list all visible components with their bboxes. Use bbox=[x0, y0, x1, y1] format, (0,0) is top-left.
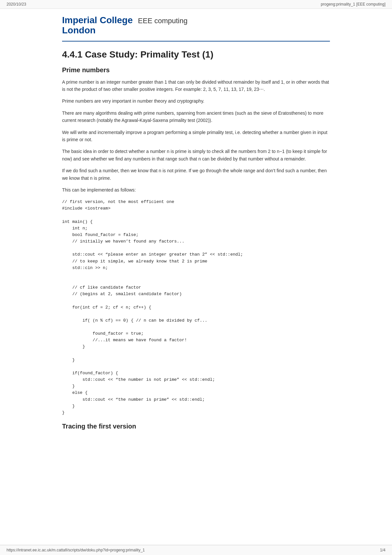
header-section: Imperial College London EEE computing bbox=[62, 15, 330, 42]
browser-tab-title: progeng:primality_1 [EEE computing] bbox=[321, 2, 385, 7]
logo-line1: Imperial College bbox=[62, 15, 133, 25]
section2-title: Tracing the first version bbox=[62, 423, 330, 430]
paragraph-5: The basic idea in order to detect whethe… bbox=[62, 148, 330, 162]
logo-line2: London bbox=[62, 25, 133, 36]
browser-bar: 2020/10/23 progeng:primality_1 [EEE comp… bbox=[0, 0, 392, 9]
paragraph-1: A prime number is an integer number grea… bbox=[62, 78, 330, 93]
paragraph-6: If we do find such a number, then we kno… bbox=[62, 167, 330, 182]
page-title: 4.4.1 Case Study: Primality Test (1) bbox=[62, 49, 330, 60]
paragraph-3: There are many algorithms dealing with p… bbox=[62, 109, 330, 124]
paragraph-4: We will write and incrementally improve … bbox=[62, 129, 330, 143]
page-content: Imperial College London EEE computing 4.… bbox=[49, 9, 343, 454]
eee-computing-label: EEE computing bbox=[138, 15, 188, 25]
code-block: // first version, not the most efficient… bbox=[62, 199, 330, 416]
paragraph-7: This can be implemented as follows: bbox=[62, 186, 330, 193]
paragraph-2: Prime numbers are very important in numb… bbox=[62, 97, 330, 105]
browser-date: 2020/10/23 bbox=[7, 2, 26, 7]
logo-text: Imperial College London bbox=[62, 15, 133, 36]
section1-title: Prime numbers bbox=[62, 66, 330, 74]
